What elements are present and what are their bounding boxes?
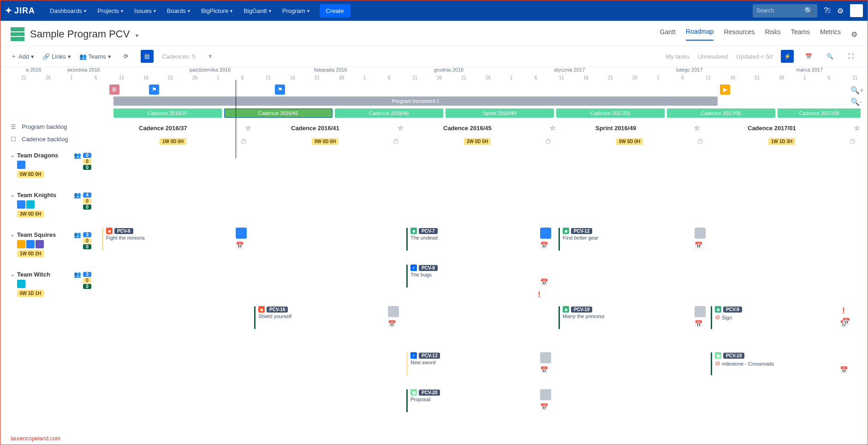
jira-logo[interactable]: ✦JIRA — [5, 6, 35, 16]
assignee-avatar[interactable] — [388, 306, 399, 317]
team-avatar[interactable] — [26, 240, 35, 248]
settings-icon[interactable]: ⚙ — [837, 6, 844, 15]
search-toolbar-icon[interactable]: 🔍 — [823, 50, 836, 63]
teams-button[interactable]: 👥 Teams ▾ — [79, 53, 111, 60]
tab-teams[interactable]: Teams — [791, 28, 810, 40]
nav-item-dashboards[interactable]: Dashboards ▾ — [44, 7, 92, 14]
star-icon[interactable]: ☆ — [550, 124, 556, 132]
assignee-avatar[interactable] — [540, 228, 551, 239]
issue-card[interactable]: ▣PCV-20 Proposal — [406, 389, 440, 412]
cadence-row: Cadence 2016/37Cadence 2016/41Cadence 20… — [0, 108, 868, 120]
filter-updated[interactable]: Updated < 5d — [737, 53, 773, 60]
column-estimate: 0W 0D 0H — [312, 138, 339, 145]
flash-button[interactable]: ⚡ — [781, 50, 794, 63]
tab-risks[interactable]: Risks — [765, 28, 780, 40]
team-avatar[interactable] — [17, 161, 25, 169]
star-icon[interactable]: ☆ — [694, 124, 700, 132]
assignee-avatar[interactable] — [695, 228, 706, 239]
column-header: Cadence 2016/37 ☆ — [139, 124, 251, 132]
team-avatar[interactable] — [17, 280, 25, 288]
issue-card[interactable]: ✓PCV-13 New sword — [406, 352, 440, 375]
cadence-bar[interactable]: Cadence 2016/37 — [113, 108, 222, 118]
zoom-out-icon[interactable]: 🔍- — [850, 97, 864, 106]
cadence-backlog[interactable]: ☐Cadence backlog — [11, 133, 91, 145]
user-avatar[interactable] — [850, 4, 863, 17]
star-icon[interactable]: ☆ — [245, 124, 251, 132]
timeline-marker[interactable]: ⚑ — [149, 84, 159, 95]
issue-card[interactable]: ■PCV-7 The undead — [406, 228, 438, 251]
cadence-bar[interactable]: Cadence 2017/05 — [667, 108, 775, 118]
cadence-bar[interactable]: Cadence 2017/01 — [556, 108, 665, 118]
cadence-bar[interactable]: Cadence 2016/41 — [224, 108, 333, 118]
refresh-icon[interactable]: ⟳ — [119, 50, 132, 63]
search-box[interactable]: 🔍 — [753, 4, 817, 18]
day-label: 1 — [657, 75, 660, 80]
team-header[interactable]: ⌄ Team Knights 👥4 — [11, 192, 91, 198]
team-header[interactable]: ⌄ Team Dragons 👥0 — [11, 152, 91, 159]
issue-card[interactable]: ■PCV-9 ⊘ Sign — [711, 306, 742, 329]
cadence-bar[interactable]: Sprint 2016/49 — [446, 108, 554, 118]
layout-button[interactable]: ▤ — [141, 50, 154, 63]
calendar-icon: 📅 — [842, 318, 850, 325]
calendar-icon[interactable]: 📅 — [802, 50, 815, 63]
team-header[interactable]: ⌄ Team Witch 👥3 — [11, 271, 91, 278]
issue-card[interactable]: ✓PCV-8 The bugs — [406, 265, 438, 288]
links-button[interactable]: 🔗 Links ▾ — [42, 53, 71, 60]
filter-icon[interactable]: ▼ — [204, 50, 217, 63]
column-estimate: 2W 0D 5H — [464, 138, 491, 145]
tab-roadmap[interactable]: Roadmap — [686, 28, 714, 41]
nav-item-issues[interactable]: Issues ▾ — [129, 7, 161, 14]
toolbar-right: My tasks Unresolved Updated < 5d ⚡ 📅 🔍 ⛶ — [666, 50, 858, 63]
star-icon[interactable]: ☆ — [398, 124, 404, 132]
team-estimate: 1W 0D 2H — [17, 250, 44, 257]
zoom-in-icon[interactable]: 🔍+ — [850, 86, 864, 95]
team-header[interactable]: ⌄ Team Squires 👥3 — [11, 231, 91, 238]
tab-resources[interactable]: Resources — [724, 28, 755, 40]
day-label: 26 — [779, 75, 784, 80]
page-title[interactable]: Sample Program PCV ▾ — [30, 28, 138, 40]
assignee-avatar[interactable] — [540, 352, 551, 363]
star-icon[interactable]: ☆ — [854, 124, 860, 132]
gear-icon[interactable]: ⚙ — [851, 30, 857, 39]
nav-item-projects[interactable]: Projects ▾ — [92, 7, 129, 14]
add-button[interactable]: ＋ Add ▾ — [11, 52, 34, 60]
cadences-label[interactable]: Cadences: 5 — [162, 53, 196, 60]
nav-item-program[interactable]: Program ▾ — [277, 7, 315, 14]
timeline-marker[interactable]: 🗎 — [109, 84, 119, 95]
filter-my-tasks[interactable]: My tasks — [666, 53, 690, 60]
assignee-avatar[interactable] — [695, 306, 706, 317]
fullscreen-icon[interactable]: ⛶ — [844, 50, 857, 63]
help-icon[interactable]: ?⃝ — [824, 6, 831, 15]
team-avatar[interactable] — [36, 240, 44, 248]
tab-metrics[interactable]: Metrics — [820, 28, 841, 40]
issue-card[interactable]: ■PCV-16 Shield yourself — [254, 306, 291, 329]
program-backlog[interactable]: ☰Program backlog — [11, 120, 91, 133]
timeline-marker[interactable]: ▶ — [720, 84, 730, 95]
search-input[interactable] — [756, 7, 803, 14]
tab-gantt[interactable]: Gantt — [660, 28, 676, 40]
issue-card[interactable]: ■PCV-19 Marry the princess — [559, 306, 604, 329]
assignee-avatar[interactable] — [540, 389, 551, 400]
team-avatar[interactable] — [26, 200, 35, 209]
cadence-bar[interactable]: Cadence 2017/09 — [778, 108, 861, 118]
nav-item-bigpicture[interactable]: BigPicture ▾ — [196, 7, 238, 14]
timeline-markers: 🗎⚑⚑▶ — [0, 83, 868, 96]
team-avatar[interactable] — [17, 200, 25, 209]
issue-card[interactable]: ▣PCV-10 ⊘ milestone - Crossroads — [711, 352, 774, 375]
assignee-avatar[interactable] — [236, 228, 247, 239]
day-label: 26 — [486, 75, 491, 80]
column-header: Cadence 2016/45 ☆ — [443, 124, 556, 132]
nav-item-biggantt[interactable]: BigGantt ▾ — [238, 7, 277, 14]
program-increment-bar[interactable]: Program Increment 1 — [113, 96, 718, 106]
nav-item-boards[interactable]: Boards ▾ — [161, 7, 196, 14]
team-avatar[interactable] — [17, 240, 25, 248]
search-icon[interactable]: 🔍 — [804, 6, 814, 15]
filter-unresolved[interactable]: Unresolved — [698, 53, 728, 60]
create-button[interactable]: Create — [320, 4, 351, 18]
day-label: 26 — [192, 75, 197, 80]
issue-card[interactable]: ■PCV-6 Fight the minions — [102, 228, 145, 251]
topnav-right: 🔍 ?⃝ ⚙ — [753, 4, 863, 18]
issue-card[interactable]: ■PCV-12 Find better gear — [559, 228, 599, 251]
timeline-marker[interactable]: ⚑ — [275, 84, 285, 95]
cadence-bar[interactable]: Cadence 2016/45 — [335, 108, 443, 118]
